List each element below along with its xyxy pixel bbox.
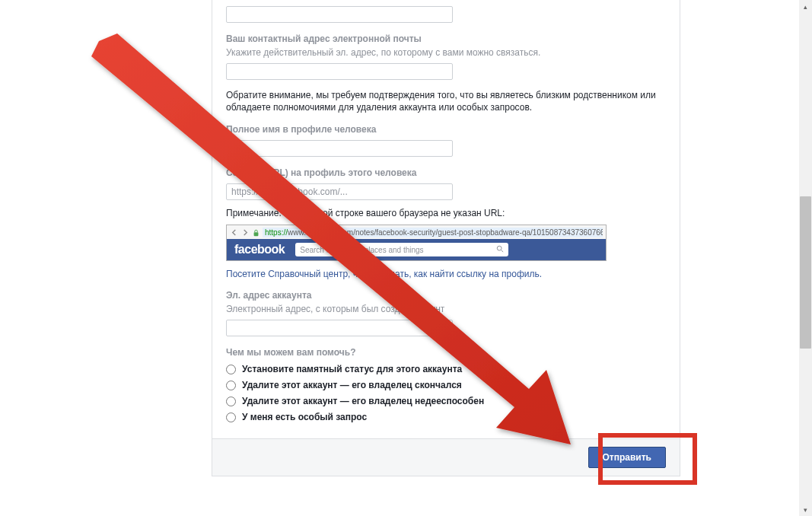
svg-point-1 <box>498 246 502 250</box>
url-example-block: Примечание. В адресной строке вашего бра… <box>226 208 666 279</box>
browser-address-row: https://www.facebook.com/notes/facebook-… <box>227 225 606 239</box>
help-options-label: Чем мы можем вам помочь? <box>226 347 666 358</box>
contact-email-desc: Укажите действительный эл. адрес, по кот… <box>226 46 666 59</box>
browser-back-icon <box>230 228 238 237</box>
option-incapacitated[interactable]: Удалите этот аккаунт — его владелец неде… <box>226 396 666 406</box>
form-body: Ваш контактный адрес электронной почты У… <box>212 0 680 438</box>
option-special[interactable]: У меня есть особый запрос <box>226 412 666 422</box>
svg-rect-0 <box>254 232 259 236</box>
option-memorial-label: Установите памятный статус для этого акк… <box>242 364 462 374</box>
browser-url-text: https://www.facebook.com/notes/facebook-… <box>263 228 603 237</box>
submit-button[interactable]: Отправить <box>588 447 666 468</box>
previous-field-input[interactable] <box>226 6 453 23</box>
option-incapacitated-label: Удалите этот аккаунт — его владелец неде… <box>242 396 484 406</box>
url-example-text: Примечание. В адресной строке вашего бра… <box>226 208 666 218</box>
profile-url-input[interactable] <box>226 183 453 200</box>
browser-example: https://www.facebook.com/notes/facebook-… <box>226 225 607 261</box>
option-deceased-radio[interactable] <box>226 381 236 390</box>
option-special-radio[interactable] <box>226 412 236 422</box>
scrollbar-track[interactable]: ▴ ▾ <box>799 0 812 516</box>
contact-email-input[interactable] <box>226 63 453 80</box>
form-footer: Отправить <box>212 438 680 476</box>
account-email-label: Эл. адрес аккаунта <box>226 290 666 301</box>
browser-forward-icon <box>241 228 250 237</box>
option-incapacitated-radio[interactable] <box>226 397 236 406</box>
svg-line-2 <box>502 250 504 253</box>
option-special-label: У меня есть особый запрос <box>242 412 367 422</box>
fullname-input[interactable] <box>226 140 453 157</box>
scroll-down-icon[interactable]: ▾ <box>799 503 812 516</box>
contact-email-label: Ваш контактный адрес электронной почты <box>226 33 666 44</box>
option-memorial-radio[interactable] <box>226 365 236 374</box>
account-email-input[interactable] <box>226 320 453 336</box>
fb-header: facebook Search for people, places and t… <box>227 239 606 260</box>
confirmation-notice: Обратите внимание, мы требуем подтвержде… <box>226 89 666 113</box>
fullname-label: Полное имя в профиле человека <box>226 124 666 135</box>
profile-url-label: Ссылка (URL) на профиль этого человека <box>226 167 666 178</box>
help-center-link[interactable]: Посетите Справочный центр, чтобы узнать,… <box>226 269 542 279</box>
option-deceased-label: Удалите этот аккаунт — его владелец скон… <box>242 380 462 390</box>
fb-search-box: Search for people, places and things <box>295 243 508 256</box>
account-email-desc: Электронный адрес, с которым был создан … <box>226 303 666 315</box>
scroll-up-icon[interactable]: ▴ <box>799 0 812 13</box>
help-options-group: Установите памятный статус для этого акк… <box>226 364 666 422</box>
option-memorial[interactable]: Установите памятный статус для этого акк… <box>226 364 666 374</box>
form-card: Ваш контактный адрес электронной почты У… <box>212 0 680 476</box>
lock-icon <box>253 228 260 236</box>
scrollbar-thumb[interactable] <box>800 196 811 349</box>
fb-search-placeholder: Search for people, places and things <box>300 246 423 254</box>
option-deceased[interactable]: Удалите этот аккаунт — его владелец скон… <box>226 380 666 390</box>
search-icon <box>496 245 504 254</box>
facebook-logo: facebook <box>234 243 285 256</box>
